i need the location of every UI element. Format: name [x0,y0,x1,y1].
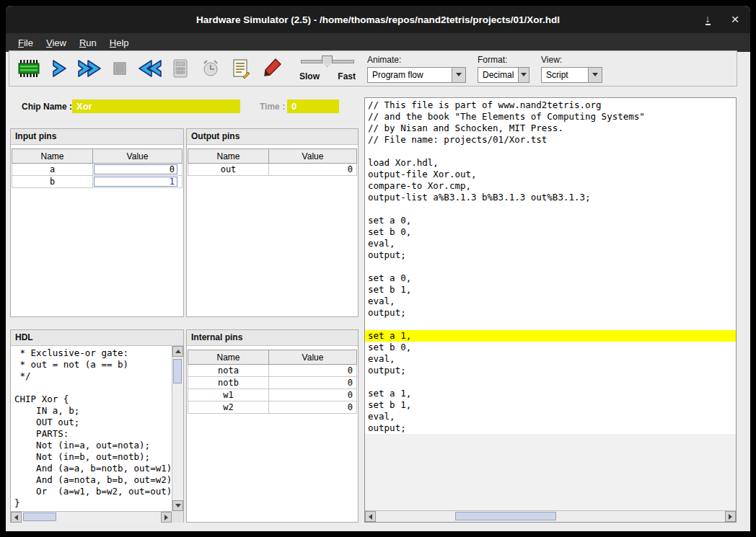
script-line[interactable]: output; [365,307,736,319]
script-horizontal-scrollbar[interactable] [365,510,736,522]
horizontal-scrollbar-thumb[interactable] [455,512,556,520]
column-header-name: Name [188,350,269,365]
run-button[interactable] [75,53,104,84]
script-line[interactable]: set b 1, [365,399,736,411]
script-line[interactable]: // by Nisan and Schocken, MIT Press. [365,123,736,134]
scrollbar-corner [172,511,183,523]
animate-label: Animate: [367,55,466,65]
clock-button [196,53,225,84]
script-line[interactable]: eval, [365,353,736,365]
pin-value-cell: 0 [269,377,357,389]
script-line[interactable]: set a 0, [365,215,736,226]
format-selected-value: Decimal [478,70,518,80]
pen-icon [261,58,281,79]
view-selected-value: Script [542,70,588,80]
hdl-line: Not (in=b, out=notb); [12,451,171,463]
scroll-up-button[interactable] [172,346,183,357]
menu-file[interactable]: File [12,35,40,51]
slider-thumb[interactable] [322,56,333,67]
script-line[interactable]: // File name: projects/01/Xor.tst [365,134,736,146]
script-line[interactable]: compare-to Xor.cmp, [365,180,736,192]
close-button[interactable]: × [729,13,742,26]
menu-view[interactable]: View [40,35,73,51]
format-label: Format: [478,55,529,65]
speed-slider[interactable]: Slow Fast [299,55,356,82]
script-line[interactable]: // This file is part of www.nand2tetris.… [365,99,736,111]
download-button[interactable]: ↓ [701,13,714,26]
format-combobox[interactable]: Decimal [478,67,529,83]
scroll-down-button[interactable] [172,500,183,511]
hdl-line: OUT out; [12,417,171,428]
hdl-code-view[interactable]: * Exclusive-or gate: * out = not (a == b… [12,346,171,511]
vertical-scrollbar-thumb[interactable] [173,359,182,383]
script-line[interactable]: // and the book "The Elements of Computi… [365,111,736,123]
menu-run[interactable]: Run [73,35,103,51]
window-title: Hardware Simulator (2.5) - /home/thomas/… [196,14,560,25]
view-script-button[interactable] [227,53,255,84]
scroll-left-button[interactable] [365,511,376,522]
script-line[interactable]: load Xor.hdl, [365,157,736,169]
animate-combobox[interactable]: Program flow [367,67,466,83]
clock-icon [201,58,221,79]
toolbar: Slow Fast Animate: Program flow Format: … [9,50,737,86]
script-line[interactable]: output; [365,365,736,376]
scroll-left-button[interactable] [11,512,22,523]
hdl-horizontal-scrollbar[interactable] [11,511,172,523]
script-line[interactable] [365,146,736,157]
hdl-vertical-scrollbar[interactable] [172,346,183,511]
chevron-down-icon[interactable] [452,68,465,82]
script-line[interactable]: set b 0, [365,342,736,353]
internal-pins-title: Internal pins [187,330,358,346]
menu-help[interactable]: Help [103,35,136,51]
scroll-right-button[interactable] [161,512,172,523]
hdl-line: * out = not (a == b) [12,359,171,370]
single-step-button[interactable] [45,53,74,84]
load-chip-button[interactable] [14,53,43,84]
chip-header: Chip Name : Xor Time : 0 [6,99,364,117]
chevron-down-icon[interactable] [518,68,529,82]
column-header-name: Name [188,149,269,164]
script-line[interactable]: set a 1, [365,388,736,399]
pin-name-cell: b [12,176,93,188]
script-line[interactable]: set a 0, [365,272,736,284]
script-line[interactable]: set b 0, [365,226,736,238]
script-line[interactable]: output-file Xor.out, [365,169,736,180]
script-line[interactable]: set b 1, [365,284,736,296]
hdl-panel-title: HDL [11,330,183,346]
script-line[interactable]: eval, [365,238,736,249]
chevron-down-icon[interactable] [588,68,602,82]
scroll-right-button[interactable] [725,511,736,522]
calculator-icon [172,58,189,79]
pin-value-editor[interactable]: 0 [94,164,177,174]
chip-name-field[interactable]: Xor [72,99,240,113]
menubar: File View Run Help [6,33,750,52]
script-line[interactable] [365,376,736,388]
time-field: 0 [287,99,339,113]
toolbar-buttons [9,53,286,84]
triangle-down-icon [175,504,181,510]
edit-button[interactable] [257,53,286,84]
script-view[interactable]: // This file is part of www.nand2tetris.… [365,98,736,510]
script-line[interactable]: output; [365,422,736,434]
script-line-current[interactable]: set a 1, [365,330,736,342]
pin-value-editor[interactable]: 1 [94,177,177,187]
script-line[interactable]: eval, [365,296,736,307]
reset-button[interactable] [136,53,164,84]
horizontal-scrollbar-thumb[interactable] [23,512,56,521]
script-line[interactable]: output; [365,249,736,261]
script-line[interactable]: eval, [365,411,736,422]
view-combobox[interactable]: Script [541,67,602,83]
pin-row: notb0 [188,377,357,389]
chip-icon [17,58,40,79]
script-line[interactable] [365,203,736,215]
close-icon: × [731,13,739,26]
script-panel: // This file is part of www.nand2tetris.… [364,97,737,523]
triangle-up-icon [175,347,181,353]
script-line[interactable]: output-list a%B3.1.3 b%B3.1.3 out%B3.1.3… [365,192,736,203]
pin-value-cell: 0 [269,389,357,401]
titlebar[interactable]: Hardware Simulator (2.5) - /home/thomas/… [6,6,750,33]
script-line[interactable] [365,319,736,330]
script-line[interactable] [365,261,736,272]
column-header-value: Value [269,149,357,164]
pin-value-cell: 0 [269,164,357,176]
